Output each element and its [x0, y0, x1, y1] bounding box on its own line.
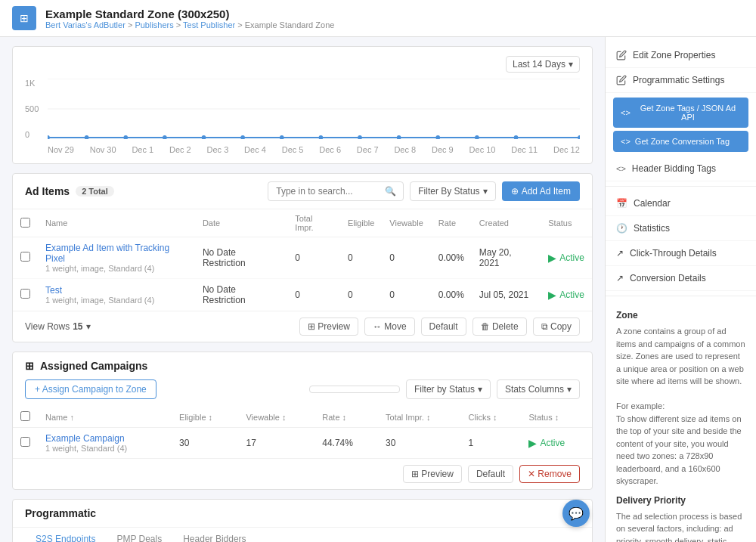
chart-section: Last 14 Days ▾ 1K 500 0: [12, 46, 593, 164]
row-checkbox[interactable]: [20, 437, 30, 447]
campaign-rate: 44.74%: [314, 428, 378, 459]
search-input[interactable]: [276, 186, 382, 197]
header-bidding-btn[interactable]: <> Header Bidding Tags: [606, 156, 756, 181]
preview-btn[interactable]: ⊞ Preview: [299, 317, 358, 336]
chevron-down-icon: ▾: [478, 384, 482, 395]
tab-pmp[interactable]: PMP Deals: [106, 528, 172, 542]
campaigns-table-header: Name ↑ Eligible ↕ Viewable ↕ Rate ↕ Tota…: [13, 407, 592, 428]
svg-point-12: [397, 135, 401, 139]
chart-inner: Nov 29 Nov 30 Dec 1 Dec 2 Dec 3 Dec 4 De…: [48, 79, 580, 154]
svg-point-3: [48, 135, 50, 139]
select-all-checkbox[interactable]: [20, 411, 30, 421]
ad-items-title: Ad Items: [25, 185, 70, 197]
ad-items-header: Ad Items 2 Total 🔍 Filter By Status ▾: [13, 174, 592, 209]
divider: [606, 186, 756, 187]
svg-point-9: [280, 135, 284, 139]
campaigns-table: Name ↑ Eligible ↕ Viewable ↕ Rate ↕ Tota…: [13, 407, 592, 458]
row-checkbox[interactable]: [20, 252, 30, 262]
campaign-name[interactable]: Example Campaign: [45, 433, 164, 444]
campaign-remove-btn[interactable]: ✕ Remove: [519, 465, 580, 483]
campaign-search[interactable]: [309, 386, 400, 393]
table-row: Example Ad Item with Tracking Pixel 1 we…: [13, 237, 592, 279]
delete-btn[interactable]: 🗑 Delete: [472, 317, 527, 336]
copy-btn[interactable]: ⧉ Copy: [533, 317, 580, 336]
ad-item-meta: 1 weight, image, Standard (4): [45, 296, 187, 305]
svg-point-16: [578, 135, 580, 139]
prog-header: Programmatic: [13, 500, 592, 528]
chart-area: 1K 500 0: [25, 79, 580, 154]
divider: [606, 296, 756, 296]
get-zone-tags-btn[interactable]: <> Get Zone Tags / JSON Ad API: [613, 98, 748, 128]
campaign-clicks: 1: [461, 428, 522, 459]
ad-item-name[interactable]: Test: [45, 285, 187, 296]
ad-item-created: May 20, 2021: [472, 237, 541, 279]
stats-columns-btn[interactable]: Stats Columns ▾: [497, 379, 580, 399]
ad-item-eligible: 0: [340, 237, 382, 279]
conversion-details-btn[interactable]: ↗ Conversion Details: [606, 266, 756, 291]
default-btn[interactable]: Default: [421, 317, 466, 336]
select-all-checkbox[interactable]: [20, 218, 30, 228]
filter-status-btn[interactable]: Filter By Status ▾: [410, 181, 495, 201]
delivery-body: The ad selection process is based on sev…: [616, 510, 745, 543]
campaign-filter-btn[interactable]: Filter by Status ▾: [406, 379, 491, 399]
chart-filter-btn[interactable]: Last 14 Days ▾: [506, 56, 580, 73]
ad-items-search[interactable]: 🔍: [268, 181, 404, 201]
tab-s2s[interactable]: S2S Endpoints: [25, 528, 106, 542]
section-icon: ⊞: [25, 360, 34, 372]
share-icon: ↗: [616, 248, 624, 259]
chart-svg-area: [48, 79, 580, 139]
campaign-default-btn[interactable]: Default: [468, 465, 513, 483]
sidebar: Edit Zone Properties Programmatic Settin…: [605, 37, 756, 542]
add-ad-item-btn[interactable]: ⊕ Add Ad Item: [502, 181, 580, 201]
prog-settings-btn[interactable]: Programmatic Settings: [606, 68, 756, 93]
svg-point-10: [319, 135, 324, 139]
view-rows-selector[interactable]: View Rows 15 ▾: [25, 321, 91, 332]
campaign-preview-btn[interactable]: ⊞ Preview: [403, 465, 462, 483]
calendar-btn[interactable]: 📅 Calendar: [606, 191, 756, 216]
calendar-icon: 📅: [616, 198, 627, 209]
get-conversion-tag-btn[interactable]: <> Get Zone Conversion Tag: [613, 131, 748, 152]
ad-item-date: No Date Restriction: [195, 279, 287, 311]
settings-icon: [616, 75, 627, 85]
assign-campaign-btn[interactable]: + Assign Campaign to Zone: [25, 379, 156, 399]
svg-point-8: [240, 135, 245, 139]
code-icon: <>: [616, 164, 626, 173]
chevron-down-icon: ▾: [86, 321, 91, 332]
row-checkbox[interactable]: [20, 289, 30, 299]
campaigns-footer: ⊞ Preview Default ✕ Remove: [13, 458, 592, 489]
zone-info-title: Zone: [616, 308, 745, 322]
search-icon: 🔍: [385, 186, 396, 197]
statistics-btn[interactable]: 🕐 Statistics: [606, 216, 756, 241]
prog-tabs: S2S Endpoints PMP Deals Header Bidders: [13, 528, 592, 542]
svg-point-15: [514, 135, 519, 139]
edit-zone-btn[interactable]: Edit Zone Properties: [606, 43, 756, 68]
campaign-eligible: 30: [172, 428, 238, 459]
svg-point-6: [163, 135, 167, 139]
clock-icon: 🕐: [616, 223, 627, 234]
svg-point-5: [123, 135, 128, 139]
campaign-viewable: 17: [238, 428, 314, 459]
ad-item-created: Jul 05, 2021: [472, 279, 541, 311]
prog-title: Programmatic: [25, 507, 580, 519]
tab-header[interactable]: Header Bidders: [172, 528, 256, 542]
click-through-btn[interactable]: ↗ Click-Through Details: [606, 241, 756, 266]
status-badge: ▶Active: [528, 437, 584, 449]
ad-items-table: Name Date Total Impr. Eligible Viewable …: [13, 209, 592, 311]
chevron-down-icon: ▾: [569, 59, 573, 70]
code-icon: <>: [621, 108, 631, 117]
svg-point-4: [85, 135, 89, 139]
campaign-impr: 30: [378, 428, 460, 459]
svg-point-13: [435, 135, 440, 139]
move-btn[interactable]: ↔ Move: [364, 317, 415, 336]
plus-icon: ⊕: [511, 186, 519, 197]
share-icon: ↗: [616, 273, 624, 283]
chat-bubble[interactable]: 💬: [562, 500, 590, 527]
main-content: Last 14 Days ▾ 1K 500 0: [0, 37, 605, 542]
ad-items-table-header: Name Date Total Impr. Eligible Viewable …: [13, 209, 592, 237]
table-footer: View Rows 15 ▾ ⊞ Preview ↔ Move Default …: [13, 311, 592, 342]
ad-item-eligible: 0: [340, 279, 382, 311]
chevron-down-icon: ▾: [483, 186, 488, 197]
campaigns-title: Assigned Campaigns: [40, 360, 147, 372]
ad-item-name[interactable]: Example Ad Item with Tracking Pixel: [45, 243, 187, 264]
breadcrumb: Bert Varias's AdButler > Publishers > Te…: [45, 20, 334, 29]
